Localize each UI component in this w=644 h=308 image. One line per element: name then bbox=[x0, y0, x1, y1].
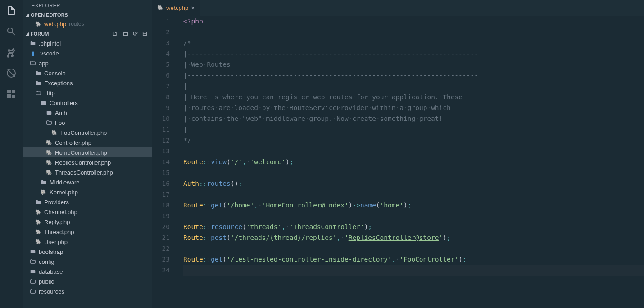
folder-open-icon bbox=[29, 288, 37, 294]
item-label: Controllers bbox=[50, 100, 78, 106]
folder-icon bbox=[34, 70, 42, 76]
php-icon: 🐘 bbox=[34, 239, 42, 245]
open-editor-item[interactable]: 🐘 web.php routes bbox=[23, 19, 152, 29]
item-label: Auth bbox=[55, 110, 67, 116]
debug-icon[interactable] bbox=[6, 68, 17, 78]
file-item[interactable]: 🐘HomeController.php bbox=[23, 147, 152, 157]
folder-item[interactable]: Foo bbox=[23, 118, 152, 128]
chevron-down-icon: ◢ bbox=[24, 32, 30, 36]
php-icon: 🐘 bbox=[34, 21, 42, 27]
file-item[interactable]: 🐘Channel.php bbox=[23, 207, 152, 217]
folder-item[interactable]: config bbox=[23, 257, 152, 267]
collapse-icon[interactable]: ⊟ bbox=[142, 30, 147, 37]
php-icon: 🐘 bbox=[45, 170, 53, 175]
code-content[interactable]: <?php/*|--------------------------------… bbox=[179, 16, 644, 308]
open-editors-header[interactable]: ◢ OPEN EDITORS bbox=[23, 11, 152, 19]
item-label: bootstrap bbox=[39, 248, 63, 255]
search-icon[interactable] bbox=[6, 26, 17, 37]
folder-item[interactable]: public bbox=[23, 276, 152, 286]
item-label: User.php bbox=[44, 239, 68, 245]
php-icon: 🐘 bbox=[45, 160, 53, 165]
folder-icon bbox=[34, 199, 42, 205]
explorer-icon[interactable] bbox=[6, 5, 17, 16]
item-label: Kernel.php bbox=[50, 189, 78, 196]
item-label: Console bbox=[44, 70, 66, 77]
activity-bar bbox=[0, 0, 23, 308]
folder-icon bbox=[34, 80, 42, 86]
item-label: Exceptions bbox=[44, 80, 73, 87]
item-label: resources bbox=[39, 288, 64, 295]
folder-item[interactable]: Console bbox=[23, 68, 152, 78]
folder-icon: ▮ bbox=[29, 50, 37, 57]
folder-item[interactable]: Middleware bbox=[23, 177, 152, 187]
php-icon: 🐘 bbox=[45, 150, 53, 156]
item-label: RepliesController.php bbox=[55, 159, 111, 166]
item-label: ThreadsController.php bbox=[55, 169, 113, 176]
code-editor[interactable]: 123456789101112131415161718192021222324 … bbox=[152, 16, 644, 308]
item-label: FooController.php bbox=[60, 129, 107, 136]
item-label: HomeController.php bbox=[55, 149, 107, 156]
file-item[interactable]: 🐘Kernel.php bbox=[23, 187, 152, 197]
folder-item[interactable]: bootstrap bbox=[23, 247, 152, 257]
file-item[interactable]: 🐘Controller.php bbox=[23, 138, 152, 147]
folder-open-icon bbox=[29, 258, 37, 265]
close-icon[interactable]: × bbox=[191, 5, 195, 11]
item-label: public bbox=[39, 278, 54, 285]
php-icon: 🐘 bbox=[40, 189, 48, 195]
file-item[interactable]: 🐘User.php bbox=[23, 237, 152, 247]
item-label: .phpintel bbox=[39, 40, 61, 47]
item-label: Http bbox=[44, 90, 55, 97]
item-label: database bbox=[39, 268, 63, 275]
new-folder-icon[interactable]: 🗀 bbox=[122, 30, 128, 37]
php-icon: 🐘 bbox=[157, 5, 163, 11]
item-label: config bbox=[39, 258, 54, 265]
item-label: Thread.php bbox=[44, 229, 74, 235]
folder-icon bbox=[29, 40, 37, 46]
file-item[interactable]: 🐘FooController.php bbox=[23, 128, 152, 138]
folder-item[interactable]: resources bbox=[23, 286, 152, 296]
folder-open-icon bbox=[34, 90, 42, 96]
item-label: Channel.php bbox=[44, 209, 77, 216]
folder-open-icon bbox=[29, 278, 37, 285]
item-label: Reply.php bbox=[44, 219, 70, 225]
php-icon: 🐘 bbox=[34, 229, 42, 235]
folder-open-icon bbox=[45, 120, 53, 126]
folder-item[interactable]: Http bbox=[23, 88, 152, 98]
folder-icon bbox=[40, 100, 48, 106]
new-file-icon[interactable]: 🗋 bbox=[112, 30, 118, 37]
folder-item[interactable]: Providers bbox=[23, 197, 152, 207]
php-icon: 🐘 bbox=[34, 209, 42, 215]
item-label: Foo bbox=[55, 120, 65, 126]
tab-web-php[interactable]: 🐘 web.php × bbox=[152, 0, 200, 16]
sidebar-title: EXPLORER bbox=[23, 0, 152, 11]
file-item[interactable]: 🐘RepliesController.php bbox=[23, 157, 152, 167]
refresh-icon[interactable]: ⟳ bbox=[133, 30, 138, 37]
folder-item[interactable]: ▮.vscode bbox=[23, 48, 152, 58]
sidebar: EXPLORER ◢ OPEN EDITORS 🐘 web.php routes… bbox=[23, 0, 152, 308]
file-item[interactable]: 🐘Thread.php bbox=[23, 227, 152, 237]
item-label: Middleware bbox=[50, 179, 79, 186]
project-header[interactable]: ◢ FORUM 🗋 🗀 ⟳ ⊟ bbox=[23, 29, 152, 38]
line-gutter: 123456789101112131415161718192021222324 bbox=[152, 16, 179, 308]
file-item[interactable]: 🐘ThreadsController.php bbox=[23, 167, 152, 177]
folder-item[interactable]: database bbox=[23, 267, 152, 276]
folder-item[interactable]: Auth bbox=[23, 108, 152, 118]
folder-icon bbox=[29, 248, 37, 255]
extensions-icon[interactable] bbox=[6, 88, 17, 99]
chevron-down-icon: ◢ bbox=[24, 13, 30, 17]
php-icon: 🐘 bbox=[45, 140, 53, 146]
scm-icon[interactable] bbox=[6, 47, 17, 58]
item-label: Controller.php bbox=[55, 139, 91, 146]
folder-item[interactable]: Exceptions bbox=[23, 78, 152, 88]
file-item[interactable]: 🐘Reply.php bbox=[23, 217, 152, 227]
item-label: Providers bbox=[44, 199, 69, 206]
folder-icon bbox=[40, 179, 48, 185]
folder-item[interactable]: app bbox=[23, 58, 152, 68]
folder-open-icon bbox=[29, 60, 37, 66]
php-icon: 🐘 bbox=[34, 219, 42, 225]
folder-item[interactable]: .phpintel bbox=[23, 38, 152, 48]
item-label: app bbox=[39, 60, 49, 67]
folder-item[interactable]: Controllers bbox=[23, 98, 152, 108]
tabs: 🐘 web.php × bbox=[152, 0, 644, 16]
editor-area: 🐘 web.php × 1234567891011121314151617181… bbox=[152, 0, 644, 308]
